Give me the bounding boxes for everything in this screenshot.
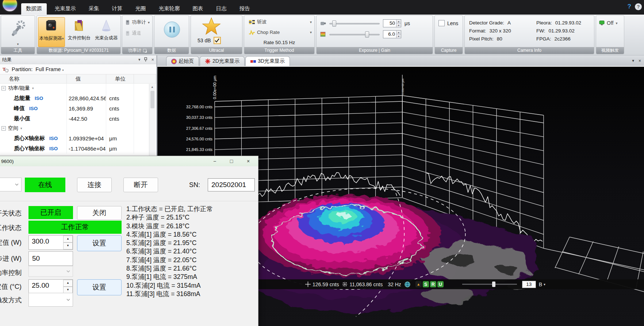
set-temp-button[interactable]: 设置 <box>77 279 122 295</box>
beam-synthesizer-button[interactable]: 光束合成器 <box>93 17 120 47</box>
spin-up-icon[interactable]: ▲ <box>63 236 73 242</box>
chop-rate-dropdown[interactable]: Chop Rate ▾ <box>249 30 311 35</box>
ribbon-tab-5[interactable]: 光束轮廓 <box>154 3 185 15</box>
zoom-value-box[interactable]: 13 <box>522 281 536 288</box>
tools-icon[interactable] <box>10 19 26 38</box>
step-w-input[interactable]: 50 <box>28 251 73 266</box>
spin-up-icon[interactable]: ▲ <box>396 20 401 24</box>
column-header-name: 名称 <box>0 74 67 83</box>
ribbon-tab-6[interactable]: 图表 <box>188 3 208 15</box>
close-icon[interactable]: × <box>151 57 154 62</box>
laser-status-line: 11.泵浦[3] 电流 = 3168mA <box>126 290 254 298</box>
scrollbar-thumb[interactable] <box>150 91 154 108</box>
view-tab-0[interactable]: 起始页 <box>166 56 199 66</box>
power-control-combo[interactable] <box>28 266 73 277</box>
channel-button[interactable]: 通道 <box>125 30 141 36</box>
view-tab-2[interactable]: 3D光束显示 <box>245 56 290 66</box>
scroll-up-icon[interactable]: ▲ <box>149 84 155 90</box>
partition-value-dropdown[interactable]: Full Frame ▾ <box>35 66 64 72</box>
pause-button[interactable] <box>164 22 180 38</box>
help-circle-icon[interactable]: ? <box>635 3 642 10</box>
ribbon-tab-7[interactable]: 日志 <box>211 3 231 15</box>
help-icon[interactable]: ? <box>628 3 631 10</box>
dialog-launcher-icon[interactable] <box>143 49 146 52</box>
trigger-mode-combo[interactable] <box>28 293 73 307</box>
collapse-icon[interactable]: − <box>1 126 6 131</box>
local-detector-button[interactable]: 本地探测器▾ <box>38 17 65 47</box>
file-console-button[interactable]: 文件控制台 <box>66 17 93 47</box>
set-power-button[interactable]: 设置 <box>77 235 122 251</box>
tab-close-icon[interactable]: × <box>639 58 641 63</box>
maximize-icon[interactable]: □ <box>223 156 240 166</box>
beam-cone-icon <box>100 19 112 32</box>
ribbon-tab-2[interactable]: 采集 <box>84 3 104 15</box>
com-port-combo[interactable] <box>0 178 22 191</box>
results-item-row[interactable]: 最小值-442.50cnts <box>0 113 156 124</box>
results-item-row[interactable]: 总能量ISO228,860,424.56cnts <box>0 93 156 103</box>
ribbon-tab-8[interactable]: 报告 <box>235 3 255 15</box>
tab-list-dropdown-icon[interactable]: ▾ <box>632 58 634 63</box>
ribbon-tab-1[interactable]: 光束显示 <box>50 3 81 15</box>
camera-icon <box>45 20 58 32</box>
indicator-s[interactable]: S <box>423 281 429 287</box>
results-item-row[interactable]: 质心Y轴坐标ISO-1.170486e+04μm <box>0 143 156 154</box>
minimize-icon[interactable]: − <box>206 156 223 166</box>
indicator-r[interactable]: R <box>430 281 436 287</box>
exposure-slider-handle[interactable] <box>332 20 336 27</box>
ribbon-tab-0[interactable]: 数据源 <box>21 3 47 15</box>
folder-icon <box>73 19 85 32</box>
setpoint-c-spinner[interactable]: 25.00 ▲▼ <box>28 279 73 294</box>
gain-slider[interactable] <box>329 31 380 38</box>
results-item-row[interactable]: 峰值ISO16,369.89cnts <box>0 103 156 113</box>
gain-spinbox[interactable]: 6.0 ▲▼ <box>383 30 401 38</box>
home-icon <box>171 59 177 64</box>
column-header-value: 值 <box>67 74 106 83</box>
ultracal-star-icon[interactable] <box>202 17 221 35</box>
app-logo-icon[interactable] <box>1 0 18 12</box>
disconnect-button[interactable]: 断开 <box>123 178 158 192</box>
close-icon[interactable]: × <box>240 156 257 166</box>
spin-down-icon[interactable]: ▼ <box>396 35 401 39</box>
autoscale-indicator[interactable]: ▲ <box>415 281 422 287</box>
exposure-slider[interactable] <box>329 20 380 27</box>
titlebar-icons: ? ? <box>628 3 642 10</box>
results-group-row[interactable]: −功率/能量▾ <box>0 84 156 93</box>
result-unit: μm <box>106 143 134 154</box>
view-tab-1[interactable]: 2D光束显示 <box>200 56 245 66</box>
chevron-down-icon: ▾ <box>62 36 64 40</box>
ultracal-checkbox[interactable] <box>214 37 221 44</box>
tools-dropdown-icon[interactable]: ▾ <box>1 42 35 46</box>
results-group-row[interactable]: −空间▾ <box>0 124 156 133</box>
ribbon-tab-4[interactable]: 光圈 <box>131 3 151 15</box>
laser-status-line: 8.泵浦[5] 温度 = 21.66°C <box>126 264 254 273</box>
exposure-spinbox[interactable]: 50 ▲▼ <box>383 19 401 27</box>
pin-icon[interactable] <box>144 57 147 62</box>
setpoint-w-spinner[interactable]: 300.0 ▲▼ <box>28 235 73 250</box>
ribbon-tab-3[interactable]: 计算 <box>107 3 127 15</box>
gain-slider-handle[interactable] <box>365 31 369 38</box>
globe-icon[interactable] <box>405 282 410 287</box>
results-item-row[interactable]: 质心X轴坐标ISO1.093929e+04μm <box>0 133 156 143</box>
dialog-title-bar[interactable]: 9600) − □ × <box>0 156 258 166</box>
spin-up-icon[interactable]: ▲ <box>396 31 401 35</box>
laser-status-line: 5.泵浦[2] 温度 = 21.95°C <box>126 239 254 247</box>
ribbon-group-label: Capture <box>435 47 463 54</box>
power-meter-button[interactable]: 功率计 ▾ <box>125 19 150 26</box>
indicator-u[interactable]: U <box>437 281 444 287</box>
collapse-icon[interactable]: − <box>1 86 6 90</box>
b-dropdown-icon[interactable]: ▾ <box>544 283 545 286</box>
panel-menu-icon[interactable]: ▾ <box>138 57 141 62</box>
sn-input[interactable]: 202502001 <box>208 178 255 191</box>
video-trigger-dropdown[interactable]: Off ▾ <box>599 20 617 26</box>
laser-off-button[interactable]: 关闭 <box>77 206 122 220</box>
chop-dropdown[interactable]: 斩波 ▾ <box>249 19 311 25</box>
connect-button[interactable]: 连接 <box>77 178 112 192</box>
chevron-down-icon: ▾ <box>616 21 617 25</box>
lens-checkbox[interactable] <box>438 20 445 26</box>
ribbon-tab-bar: 数据源光束显示采集计算光圈光束轮廓图表日志报告 <box>21 0 258 15</box>
zoom-slider-handle[interactable] <box>492 282 495 287</box>
spin-down-icon[interactable]: ▼ <box>396 24 401 28</box>
spin-up-icon[interactable]: ▲ <box>63 280 73 287</box>
spin-down-icon[interactable]: ▼ <box>63 242 73 249</box>
zoom-slider[interactable] <box>462 281 517 287</box>
